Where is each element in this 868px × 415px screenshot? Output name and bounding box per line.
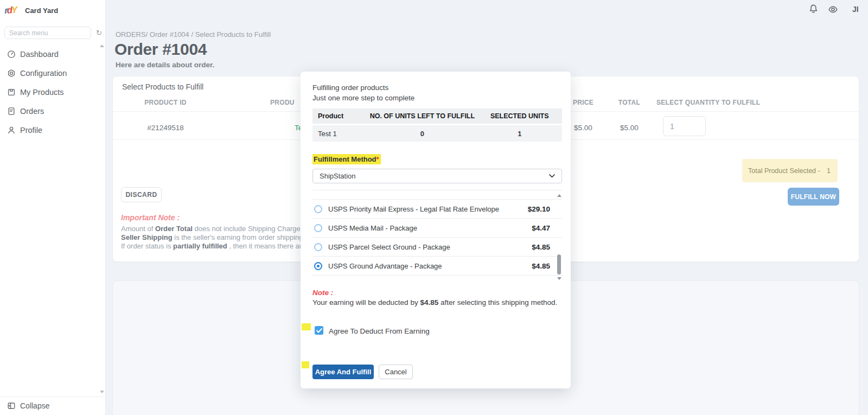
collapse-icon: [7, 401, 16, 410]
col-price: PRICE: [567, 99, 599, 106]
modal-col-selected: SELECTED UNITS: [477, 112, 562, 120]
page-title: Order #1004: [114, 40, 207, 59]
modal-note-title: Note :: [312, 289, 333, 297]
scrollbar-up-icon[interactable]: [557, 194, 561, 197]
fulfillment-method-label: Fulfillment Method*: [312, 155, 381, 163]
fulfillment-method-select[interactable]: ShipStation: [312, 169, 562, 183]
discard-button[interactable]: DISCARD: [121, 187, 162, 202]
breadcrumb[interactable]: ORDERS/ Order #1004 / Select Products to…: [116, 30, 271, 39]
sidebar: rdY Card Yard ↻ Dashboard Configuration …: [0, 0, 106, 415]
select-value: ShipStation: [320, 172, 356, 180]
sidebar-item-label: My Products: [20, 88, 64, 97]
shipping-options-list: USPS Priority Mail Express - Legal Flat …: [312, 190, 562, 282]
modal-table-row: Test 1 0 1: [312, 125, 562, 142]
scrollbar-thumb[interactable]: [557, 254, 561, 274]
shipping-option[interactable]: USPS Priority Mail Express - Legal Flat …: [312, 200, 562, 219]
collapse-button[interactable]: Collapse: [0, 398, 106, 414]
modal-title: Fulfilling order products: [312, 84, 388, 92]
agree-and-fulfill-button[interactable]: Agree And Fulfill: [312, 365, 374, 379]
avatar[interactable]: JI: [852, 5, 859, 14]
shipping-option[interactable]: USPS Parcel Select Ground - Package $4.8…: [312, 238, 562, 257]
sidebar-item-orders[interactable]: Orders: [0, 101, 106, 120]
collapse-label: Collapse: [20, 401, 49, 410]
highlight-marker: [302, 361, 309, 368]
highlight-marker: [302, 323, 311, 330]
sidebar-item-label: Configuration: [20, 69, 67, 78]
search-input[interactable]: [4, 27, 91, 39]
brand: rdY Card Yard: [4, 3, 58, 17]
modal-col-units-left: NO. OF UNITS LEFT TO FULFILL: [367, 112, 477, 120]
configuration-icon: [7, 69, 16, 78]
dashboard-icon: [7, 50, 16, 59]
modal-note-text: Your earning will be deducted by $4.85 a…: [312, 298, 557, 307]
card-title: Select Products to Fulfill: [122, 82, 203, 91]
page-subtitle: Here are details about order.: [116, 61, 214, 69]
agree-checkbox[interactable]: [315, 326, 323, 335]
fulfill-now-button[interactable]: FULFILL NOW: [788, 188, 839, 206]
cell-product-id: #21249518: [133, 124, 198, 132]
radio-icon[interactable]: [314, 224, 322, 232]
scrollbar[interactable]: [557, 190, 562, 283]
sidebar-item-profile[interactable]: Profile: [0, 120, 106, 139]
modal-subtitle: Just one more step to complete: [312, 94, 414, 102]
agree-checkbox-label: Agree To Deduct From Earning: [329, 327, 430, 335]
important-note-line: Amount of Order Total does not include S…: [121, 225, 318, 233]
col-product-id: PRODUCT ID: [133, 99, 198, 106]
sidebar-item-configuration[interactable]: Configuration: [0, 63, 106, 82]
modal-cell-units-left: 0: [367, 130, 477, 138]
notifications-bell-icon[interactable]: [808, 4, 819, 14]
total-selected-label: Total Product Selected -: [748, 167, 820, 175]
sidebar-item-dashboard[interactable]: Dashboard: [0, 44, 106, 63]
cell-price: $5.00: [567, 124, 599, 132]
sidebar-item-my-products[interactable]: My Products: [0, 82, 106, 101]
cell-total: $5.00: [610, 124, 648, 132]
modal-col-product: Product: [312, 112, 367, 120]
profile-icon: [7, 126, 16, 135]
brand-name: Card Yard: [25, 7, 58, 15]
chevron-down-icon: [549, 174, 555, 178]
modal-table: Product NO. OF UNITS LEFT TO FULFILL SEL…: [312, 108, 562, 142]
scrollbar-down-icon[interactable]: [557, 277, 561, 280]
radio-icon[interactable]: [314, 243, 322, 251]
sidebar-item-label: Profile: [20, 126, 42, 135]
sidebar-item-label: Orders: [20, 107, 44, 116]
modal-cell-selected: 1: [477, 130, 562, 138]
shipping-option-partial: [312, 190, 562, 200]
orders-icon: [7, 107, 16, 116]
important-note-title: Important Note :: [121, 213, 180, 222]
cancel-button[interactable]: Cancel: [379, 365, 413, 379]
shipping-option[interactable]: USPS Media Mail - Package $4.47: [312, 219, 562, 238]
refresh-icon[interactable]: ↻: [96, 29, 102, 37]
my-products-icon: [7, 88, 16, 97]
modal-table-header: Product NO. OF UNITS LEFT TO FULFILL SEL…: [312, 108, 562, 124]
important-note-line: Seller Shipping is the seller's earning …: [121, 233, 305, 241]
radio-selected-icon[interactable]: [314, 262, 322, 270]
sidebar-nav: Dashboard Configuration My Products Orde…: [0, 44, 106, 139]
brand-logo-icon: rdY: [4, 3, 21, 18]
modal-cell-product: Test 1: [312, 130, 367, 138]
sidebar-divider: [0, 397, 106, 397]
total-product-selected: Total Product Selected - 1: [742, 159, 838, 182]
radio-icon[interactable]: [314, 205, 322, 213]
quantity-input[interactable]: [663, 116, 706, 136]
scroll-down-icon[interactable]: [100, 391, 104, 393]
col-product-name: PRODU: [270, 99, 295, 106]
col-total: TOTAL: [610, 99, 648, 106]
col-select-quantity: SELECT QUANTITY TO FULFILL: [656, 99, 760, 106]
fulfill-modal: Fulfilling order products Just one more …: [301, 72, 571, 388]
total-selected-value: 1: [827, 167, 831, 175]
sidebar-item-label: Dashboard: [20, 50, 59, 59]
check-icon: [316, 328, 322, 333]
eye-icon[interactable]: [828, 4, 838, 15]
important-note-line: If order status is partially fulfilled ,…: [121, 242, 325, 250]
shipping-option[interactable]: USPS Ground Advantage - Package $4.85: [312, 257, 562, 276]
